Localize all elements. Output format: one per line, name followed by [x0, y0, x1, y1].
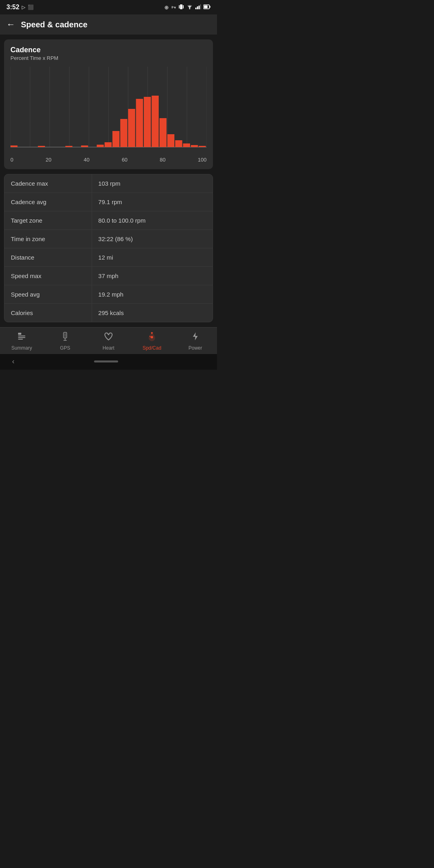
- nav-item-summary[interactable]: Summary: [10, 332, 34, 351]
- svg-rect-32: [136, 99, 143, 147]
- svg-rect-25: [66, 146, 73, 147]
- svg-point-3: [189, 8, 190, 9]
- svg-rect-23: [10, 145, 18, 147]
- stats-row: Speed max37 mph: [4, 267, 213, 285]
- stats-row: Speed avg19.2 mph: [4, 285, 213, 304]
- stats-value-7: 295 kcals: [92, 304, 213, 322]
- svg-point-49: [151, 336, 153, 338]
- svg-rect-31: [128, 109, 135, 147]
- svg-rect-41: [18, 333, 21, 335]
- svg-rect-43: [18, 337, 25, 338]
- stats-value-5: 37 mph: [92, 267, 213, 285]
- svg-rect-2: [183, 5, 184, 8]
- stats-row: Calories295 kcals: [4, 304, 213, 322]
- chart-subtitle: Percent Time x RPM: [10, 55, 207, 61]
- nav-item-gps[interactable]: GPS: [53, 332, 77, 351]
- svg-rect-10: [210, 6, 211, 8]
- gps-icon: [60, 332, 70, 344]
- x-label-60: 60: [122, 157, 127, 163]
- svg-rect-34: [151, 96, 159, 147]
- nav-item-heart[interactable]: Heart: [96, 332, 121, 351]
- stats-row: Cadence avg79.1 rpm: [4, 193, 213, 211]
- x-axis-labels: 0 20 40 60 80 100: [10, 155, 207, 163]
- svg-rect-5: [197, 6, 198, 9]
- nav-label-power: Power: [188, 345, 202, 351]
- stats-value-1: 79.1 rpm: [92, 193, 213, 211]
- status-key-icon: 🗝: [171, 4, 176, 10]
- svg-rect-38: [183, 143, 190, 147]
- svg-rect-39: [191, 145, 198, 147]
- svg-rect-35: [160, 118, 167, 147]
- svg-rect-44: [18, 339, 23, 340]
- stats-label-1: Cadence avg: [4, 193, 92, 211]
- stats-label-7: Calories: [4, 304, 92, 322]
- nav-item-spdcad[interactable]: Spd/Cad: [140, 332, 164, 351]
- power-icon: [190, 332, 200, 344]
- back-chevron[interactable]: ‹: [12, 357, 14, 366]
- status-signal-icon: [195, 4, 201, 10]
- svg-rect-7: [200, 4, 201, 9]
- x-label-0: 0: [10, 157, 13, 163]
- heart-icon: [104, 332, 113, 344]
- home-indicator: [94, 360, 118, 362]
- status-time: 3:52: [6, 4, 19, 11]
- status-vibrate-icon: [178, 4, 184, 11]
- stats-value-6: 19.2 mph: [92, 285, 213, 303]
- stats-row: Cadence max103 rpm: [4, 174, 213, 193]
- nav-label-spdcad: Spd/Cad: [143, 345, 162, 351]
- stats-value-2: 80.0 to 100.0 rpm: [92, 211, 213, 229]
- svg-rect-46: [64, 333, 66, 337]
- stats-row: Target zone80.0 to 100.0 rpm: [4, 211, 213, 230]
- svg-rect-28: [104, 142, 112, 147]
- svg-rect-40: [199, 146, 206, 147]
- stats-row: Time in zone32:22 (86 %): [4, 230, 213, 248]
- page-title: Speed & cadence: [21, 20, 88, 29]
- svg-rect-42: [18, 336, 25, 336]
- x-label-80: 80: [160, 157, 166, 163]
- svg-rect-24: [38, 146, 45, 147]
- cadence-histogram: [10, 67, 207, 155]
- nav-label-summary: Summary: [11, 345, 32, 351]
- svg-marker-50: [193, 332, 198, 340]
- chart-card: Cadence Percent Time x RPM: [4, 39, 213, 169]
- svg-rect-29: [113, 131, 120, 147]
- bottom-nav: Summary GPS Heart Spd/Cad Power: [0, 327, 217, 354]
- x-label-20: 20: [45, 157, 51, 163]
- svg-rect-0: [180, 4, 182, 9]
- nav-item-power[interactable]: Power: [183, 332, 207, 351]
- stats-value-0: 103 rpm: [92, 174, 213, 192]
- stats-label-6: Speed avg: [4, 285, 92, 303]
- nav-label-gps: GPS: [60, 345, 70, 351]
- home-bar: ‹: [0, 354, 217, 370]
- svg-rect-30: [120, 119, 127, 147]
- svg-rect-27: [97, 145, 104, 147]
- stats-value-4: 12 mi: [92, 248, 213, 266]
- svg-rect-9: [204, 5, 208, 8]
- svg-rect-6: [199, 6, 200, 9]
- svg-rect-1: [179, 5, 180, 8]
- stats-row: Distance12 mi: [4, 248, 213, 267]
- stats-table: Cadence max103 rpmCadence avg79.1 rpmTar…: [4, 174, 213, 322]
- status-play-icon: ▷: [22, 4, 25, 10]
- svg-rect-37: [175, 140, 182, 147]
- spdcad-icon: [147, 332, 157, 344]
- stats-value-3: 32:22 (86 %): [92, 230, 213, 248]
- stats-label-3: Time in zone: [4, 230, 92, 248]
- summary-icon: [17, 332, 27, 344]
- status-timer-icon: ⊕: [164, 4, 169, 10]
- stats-label-5: Speed max: [4, 267, 92, 285]
- svg-rect-33: [144, 97, 151, 147]
- stats-label-4: Distance: [4, 248, 92, 266]
- nav-label-heart: Heart: [102, 345, 114, 351]
- svg-rect-36: [167, 134, 174, 147]
- cadence-chart: [10, 67, 207, 155]
- stats-label-2: Target zone: [4, 211, 92, 229]
- svg-rect-4: [195, 8, 197, 9]
- back-button[interactable]: ←: [6, 19, 15, 30]
- top-bar: ← Speed & cadence: [0, 14, 217, 35]
- chart-title: Cadence: [10, 46, 207, 54]
- stats-label-0: Cadence max: [4, 174, 92, 192]
- status-wifi-icon: [186, 4, 193, 10]
- x-label-40: 40: [84, 157, 89, 163]
- status-bar: 3:52 ▷ ⬛ ⊕ 🗝: [0, 0, 217, 14]
